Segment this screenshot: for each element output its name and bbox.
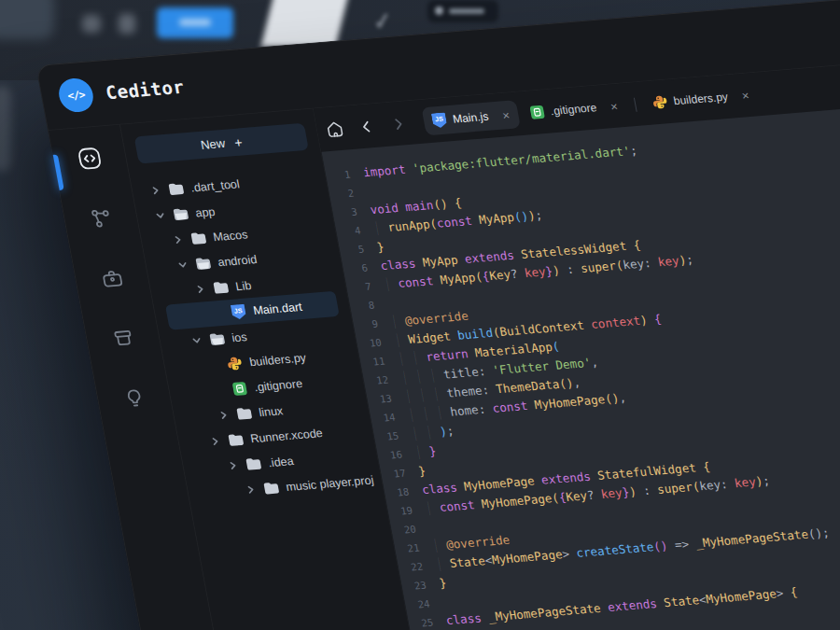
new-button-label: New: [200, 136, 227, 152]
chevron-right-icon[interactable]: [208, 437, 221, 446]
code-text: │ │ );: [410, 422, 455, 444]
line-number: 13: [366, 388, 394, 409]
tree-item-label: .gitignore: [253, 377, 303, 394]
git-network-icon[interactable]: [76, 197, 126, 240]
scene: ✓ </> Ceditor New + .dart_toolappMacosan…: [0, 0, 840, 630]
js-file-icon: JS: [229, 303, 248, 319]
chevron-down-icon[interactable]: [190, 336, 203, 345]
line-number: 12: [362, 370, 390, 390]
tree-item-label: android: [217, 252, 258, 268]
folder-open-icon: [207, 331, 227, 346]
tree-item-label: linux: [258, 404, 284, 419]
tab-close-button[interactable]: ×: [501, 108, 511, 121]
chevron-down-icon[interactable]: [154, 211, 167, 220]
line-number: 7: [345, 276, 373, 297]
tree-item-label: builders.py: [248, 351, 307, 369]
line-number: 9: [352, 314, 380, 334]
tab-label: .gitignore: [550, 101, 598, 118]
line-number: 18: [383, 482, 411, 502]
chevron-right-icon[interactable]: [217, 411, 230, 420]
tab-label: Main.js: [452, 110, 490, 126]
blurred-corner-shape: [0, 0, 54, 39]
line-number: 10: [356, 332, 384, 353]
blurred-primary-button: [157, 7, 233, 38]
folder-icon: [189, 231, 208, 245]
code-text: }: [438, 574, 448, 594]
code-text: }: [417, 462, 427, 482]
line-number: 4: [335, 220, 363, 241]
line-number: 3: [331, 202, 359, 222]
chevron-right-icon[interactable]: [172, 235, 185, 245]
tab-main-js[interactable]: JSMain.js×: [421, 100, 520, 135]
tree-item-label: .dart_tool: [189, 177, 241, 194]
tree-item-label: ios: [231, 330, 248, 344]
line-number: 15: [372, 426, 400, 446]
chevron-right-icon[interactable]: [244, 485, 257, 495]
tab-divider: [633, 97, 637, 111]
blurred-icon: [82, 15, 101, 33]
blurred-side-light: [0, 86, 11, 172]
blurred-icon: [119, 14, 135, 34]
window-body: New + .dart_toolappMacosandroidLibJSMain…: [49, 52, 840, 630]
lightbulb-icon[interactable]: [109, 376, 160, 419]
python-icon: [651, 94, 668, 110]
app-logo: </>: [56, 77, 96, 113]
tab-close-button[interactable]: ×: [609, 100, 619, 113]
js-file-icon: JS: [431, 112, 448, 128]
line-number: 16: [376, 444, 404, 465]
line-number: 5: [338, 239, 366, 259]
line-number: 2: [328, 183, 356, 203]
chevron-down-icon[interactable]: [176, 260, 189, 270]
new-file-button[interactable]: New +: [134, 123, 309, 164]
code-text: [365, 182, 369, 201]
tab-label: builders.py: [672, 91, 729, 108]
back-button[interactable]: [351, 112, 382, 140]
tree-item-label: Main.dart: [252, 300, 303, 316]
tree-item-label: .idea: [267, 455, 295, 469]
tree-item-label: music player.proj: [285, 473, 374, 494]
tab-close-button[interactable]: ×: [741, 89, 750, 102]
chevron-right-icon[interactable]: [149, 186, 162, 195]
line-number: 8: [348, 295, 376, 315]
line-number: 17: [380, 463, 408, 483]
code-area[interactable]: 1import 'package:flutter/material.dart';…: [321, 95, 840, 630]
line-number: 19: [386, 500, 414, 521]
code-window-icon[interactable]: [64, 137, 115, 180]
home-button[interactable]: [319, 115, 350, 143]
archive-box-icon[interactable]: [98, 316, 148, 359]
code-text: [427, 518, 431, 537]
tree-item-label: Runner.xcode: [249, 427, 324, 445]
line-number: 11: [358, 351, 386, 371]
folder-icon: [234, 406, 254, 421]
plus-icon: +: [233, 134, 244, 150]
folder-icon: [226, 432, 245, 447]
line-number: 6: [342, 258, 370, 278]
line-number: 24: [404, 594, 432, 614]
folder-icon: [244, 456, 263, 471]
app-title: Ceditor: [104, 76, 186, 103]
code-text: │ }: [413, 441, 438, 462]
line-number: 25: [407, 612, 435, 630]
code-text: [441, 593, 445, 611]
chevron-right-icon[interactable]: [194, 285, 207, 294]
line-number: 14: [370, 407, 398, 427]
folder-open-icon: [193, 256, 213, 271]
forward-button[interactable]: [383, 109, 413, 137]
line-number: 22: [397, 556, 425, 577]
git-icon: [528, 105, 545, 120]
tree-item-label: app: [194, 204, 216, 219]
line-number: 23: [400, 575, 428, 595]
folder-icon: [211, 280, 231, 295]
folder-icon: [166, 181, 186, 196]
briefcase-icon[interactable]: [87, 257, 137, 300]
python-icon: [225, 355, 245, 371]
chevron-right-icon[interactable]: [226, 461, 239, 470]
active-rail-indicator: [53, 155, 64, 190]
code-text: }: [375, 238, 385, 258]
tree-item-label: Macos: [212, 228, 248, 244]
editor-window: </> Ceditor New + .dart_toolappMacosandr…: [35, 0, 840, 630]
tab-builders-py[interactable]: builders.py×: [641, 80, 760, 118]
blurred-checkmark-icon: ✓: [371, 6, 403, 37]
tree-item-label: Lib: [234, 278, 252, 292]
tab--gitignore[interactable]: .gitignore×: [519, 91, 629, 128]
